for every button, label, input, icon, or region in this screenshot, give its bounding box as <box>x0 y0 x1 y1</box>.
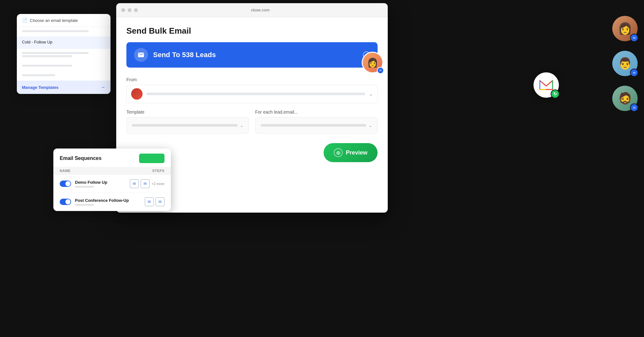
template-line-3 <box>22 65 72 67</box>
preview-eye-icon: ◎ <box>334 148 343 157</box>
template-row: Template ⌄ For each lead,email... ⌄ <box>126 109 378 134</box>
for-each-chevron-icon: ⌄ <box>369 123 372 128</box>
step-email-icon-4: ✉ <box>156 197 164 206</box>
sequences-window: Email Sequences NAME STEPS Demo Follow U… <box>53 149 171 211</box>
for-each-label: For each lead,email... <box>255 109 378 115</box>
template-item-name: Cold - Follow Up <box>22 40 105 44</box>
template-chevron-icon: ⌄ <box>240 123 244 128</box>
step-email-icon-3: ✉ <box>145 197 154 206</box>
browser-dot-3 <box>134 8 138 12</box>
avatar-2-email-badge: ✉ <box>630 69 638 77</box>
browser-content: Send Bulk Email Send To 538 Leads i 👩 ✉ … <box>116 17 388 171</box>
template-picker-title: Choose an email template <box>30 18 78 23</box>
side-avatars-container: 👩 ✉ 👨 ✉ 🧔 ✉ <box>612 16 638 111</box>
template-item-row3[interactable] <box>17 62 111 71</box>
sequence-row-conference[interactable]: Post Conference Follow-Up ✉ ✉ <box>53 193 171 211</box>
side-avatar-1: 👩 ✉ <box>612 16 638 41</box>
manage-templates-label: Manage Templates <box>22 85 58 90</box>
sequence-sub-conference <box>75 204 94 206</box>
sequences-table-header: NAME STEPS <box>53 167 171 175</box>
sequences-title: Email Sequences <box>60 155 102 161</box>
from-label: From <box>126 77 378 82</box>
col-name-header: NAME <box>60 169 152 173</box>
template-dropdown-placeholder <box>132 124 238 127</box>
template-line-4 <box>22 74 55 76</box>
sequence-steps-conference: ✉ ✉ <box>145 197 164 206</box>
sequences-header: Email Sequences <box>53 149 171 167</box>
template-item-blank[interactable] <box>17 27 111 36</box>
browser-url-bar: close.com <box>138 8 383 12</box>
from-placeholder <box>146 93 365 95</box>
gmail-circle: ↻ <box>533 72 559 98</box>
sequence-name-demo: Demo Follow Up <box>75 180 130 185</box>
from-section: From ⌄ <box>126 77 378 103</box>
send-leads-text: Send To 538 Leads <box>153 51 216 59</box>
template-picker-header: 📄 Choose an email template <box>17 14 111 27</box>
sequence-steps-demo: ✉ ✉ +2 more <box>130 179 164 188</box>
send-leads-banner[interactable]: Send To 538 Leads i 👩 ✉ <box>126 42 378 68</box>
browser-titlebar: close.com <box>116 3 388 17</box>
sequence-row-demo[interactable]: Demo Follow Up ✉ ✉ +2 more <box>53 175 171 193</box>
from-chevron-icon: ⌄ <box>369 91 373 96</box>
for-each-section: For each lead,email... ⌄ <box>255 109 378 134</box>
avatar-1-email-badge: ✉ <box>630 34 638 42</box>
sequence-info-demo: Demo Follow Up <box>75 180 130 188</box>
page-title: Send Bulk Email <box>126 26 378 36</box>
more-steps-label: +2 more <box>151 182 164 186</box>
side-avatar-2: 👨 ✉ <box>612 51 638 76</box>
avatar-3-email-badge: ✉ <box>630 103 638 112</box>
side-avatar-3: 🧔 ✉ <box>612 86 638 111</box>
toggle-demo-followup[interactable] <box>60 181 71 187</box>
manage-templates-arrow-icon: → <box>100 84 105 90</box>
browser-dots <box>121 8 138 12</box>
step-email-icon-1: ✉ <box>130 179 139 188</box>
sequence-info-conference: Post Conference Follow-Up <box>75 198 145 206</box>
template-dropdown[interactable]: ⌄ <box>126 117 249 134</box>
from-avatar <box>131 88 143 100</box>
browser-dot-1 <box>121 8 125 12</box>
manage-templates-button[interactable]: Manage Templates → <box>17 81 111 94</box>
template-item-cold-followup[interactable]: Cold - Follow Up <box>17 36 111 49</box>
template-label: Template <box>126 109 249 115</box>
template-section: Template ⌄ <box>126 109 249 134</box>
from-dropdown[interactable]: ⌄ <box>126 85 378 103</box>
for-each-dropdown[interactable]: ⌄ <box>255 117 378 134</box>
send-email-icon-circle <box>134 48 148 62</box>
template-line-2a <box>22 52 89 54</box>
sequences-add-button[interactable] <box>139 154 164 163</box>
banner-email-badge: ✉ <box>377 67 384 74</box>
sequence-name-conference: Post Conference Follow-Up <box>75 198 145 203</box>
toggle-knob-2 <box>65 199 70 204</box>
for-each-placeholder <box>261 124 366 127</box>
toggle-conference[interactable] <box>60 199 71 205</box>
template-line <box>22 30 89 32</box>
template-item-row2[interactable] <box>17 49 111 62</box>
browser-dot-2 <box>128 8 131 12</box>
template-item-row4[interactable] <box>17 71 111 81</box>
send-email-icon <box>138 51 144 58</box>
sequence-sub-demo <box>75 186 94 188</box>
col-steps-header: STEPS <box>152 169 164 173</box>
preview-button[interactable]: ◎ Preview <box>324 143 378 162</box>
template-picker-window: 📄 Choose an email template Cold - Follow… <box>17 14 111 94</box>
template-line-2b <box>22 55 72 57</box>
gmail-logo <box>539 80 553 90</box>
toggle-knob <box>65 181 70 186</box>
preview-button-label: Preview <box>346 149 367 156</box>
doc-icon: 📄 <box>22 18 27 23</box>
gmail-sync-badge: ↻ <box>551 89 560 98</box>
step-email-icon-2: ✉ <box>141 179 150 188</box>
